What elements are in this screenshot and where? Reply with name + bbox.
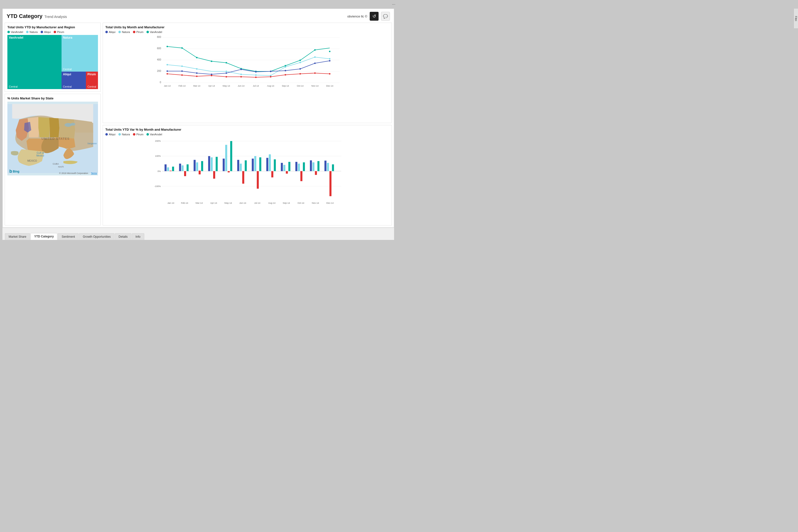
tab-ytd-category[interactable]: YTD Category: [31, 233, 57, 240]
svg-rect-101: [187, 164, 189, 171]
lc-aliqui-dot: [106, 31, 108, 33]
tab-market-share[interactable]: Market Share: [5, 233, 30, 240]
svg-point-46: [285, 66, 286, 68]
line-chart-legend: Aliqui Natura Pirum VanArsdel: [106, 31, 389, 34]
aliqui-region-label: Central: [63, 85, 72, 88]
svg-point-52: [196, 72, 198, 74]
svg-rect-105: [201, 161, 203, 171]
svg-rect-131: [298, 164, 300, 171]
svg-rect-120: [257, 171, 259, 189]
page-title-main: YTD Category: [7, 13, 42, 19]
treemap-pirum-segment[interactable]: Pirum Central: [86, 72, 98, 89]
pirum-dot: [54, 31, 56, 33]
tab-details[interactable]: Details: [115, 233, 131, 240]
treemap-aliqui-segment[interactable]: Aliqui Central: [61, 72, 86, 89]
map-visual[interactable]: UNITED STATES Gulf ofMexico MEXICO Sarga…: [7, 102, 98, 175]
svg-text:Nov-14: Nov-14: [311, 84, 319, 87]
svg-rect-97: [172, 167, 174, 171]
svg-rect-117: [245, 160, 247, 171]
svg-point-66: [226, 76, 227, 77]
svg-point-48: [314, 56, 316, 58]
svg-point-57: [270, 71, 271, 72]
svg-text:Apr-14: Apr-14: [208, 84, 215, 87]
pirum-region-label: Central: [88, 85, 96, 88]
svg-point-42: [226, 71, 227, 72]
map-mexico-label: MEXICO: [27, 159, 37, 162]
svg-text:Mar-14: Mar-14: [196, 202, 203, 204]
pirum-segment-label: Pirum: [88, 73, 96, 76]
bc-legend-vanarsdel: VanArsdel: [147, 133, 162, 136]
svg-text:Jul-14: Jul-14: [254, 202, 261, 204]
svg-point-38: [329, 51, 330, 52]
aliqui-dot: [41, 31, 43, 33]
svg-text:Sep-14: Sep-14: [283, 202, 290, 204]
svg-point-49: [329, 58, 330, 60]
svg-text:Aug-14: Aug-14: [267, 84, 274, 87]
vanarsdel-dot: [7, 31, 10, 33]
treemap-vanarsdel-segment[interactable]: VanArsdel Central: [7, 35, 61, 89]
svg-text:200: 200: [157, 70, 161, 72]
svg-point-60: [314, 62, 316, 64]
svg-text:0: 0: [160, 81, 161, 84]
map-panel: % Units Market Share by State: [5, 94, 101, 225]
svg-rect-140: [329, 171, 331, 196]
svg-point-59: [300, 68, 301, 70]
svg-rect-134: [310, 160, 312, 171]
svg-rect-100: [184, 171, 186, 176]
bar-chart-title: Total Units YTD Var % by Month and Manuf…: [106, 128, 389, 131]
svg-text:Dec-14: Dec-14: [326, 202, 334, 204]
brand-label: obvience llc ©: [347, 15, 367, 18]
tab-sentiment[interactable]: Sentiment: [58, 233, 78, 240]
bar-chart-svg: 200% 100% 0% -100% Jan-14 Feb-14 Mar-14: [106, 137, 389, 206]
bing-label: Bing: [13, 170, 19, 173]
treemap-bottom-row: Aliqui Central Pirum Central: [61, 72, 98, 89]
svg-rect-141: [332, 164, 334, 171]
bing-icon: b: [10, 169, 12, 174]
svg-rect-111: [225, 145, 227, 171]
svg-text:Sep-14: Sep-14: [282, 84, 289, 87]
svg-rect-116: [242, 171, 244, 184]
svg-rect-130: [296, 162, 297, 171]
legend-aliqui: Aliqui: [41, 31, 51, 34]
lc-natura-dot: [118, 31, 121, 33]
top-bar-dots: ···: [392, 2, 395, 7]
lc-legend-pirum: Pirum: [133, 31, 144, 34]
lc-legend-aliqui: Aliqui: [106, 31, 115, 34]
window-header: YTD Category Trend Analysis obvience llc…: [3, 9, 394, 23]
map-copyright: © 2019 Microsoft Corporation: [59, 172, 88, 174]
treemap-natura-segment[interactable]: Natura Central: [61, 35, 98, 72]
svg-text:Mar-14: Mar-14: [193, 84, 201, 87]
bar-chart-panel: Total Units YTD Var % by Month and Manuf…: [103, 125, 392, 225]
refresh-button[interactable]: ↺: [370, 12, 379, 21]
svg-text:Oct-14: Oct-14: [297, 84, 304, 87]
svg-text:400: 400: [157, 58, 161, 61]
svg-point-31: [226, 62, 227, 63]
svg-rect-135: [312, 163, 314, 171]
svg-text:Jan-14: Jan-14: [167, 202, 174, 204]
bar-chart-visual[interactable]: 200% 100% 0% -100% Jan-14 Feb-14 Mar-14: [106, 137, 389, 206]
treemap-visual[interactable]: VanArsdel Central Natura Central Aliqui …: [7, 35, 98, 89]
svg-rect-99: [182, 165, 184, 171]
aliqui-segment-label: Aliqui: [63, 73, 71, 76]
line-chart-visual[interactable]: 800 600 400 200 0 Jan-14 Feb-14: [106, 35, 389, 89]
svg-rect-103: [196, 163, 198, 171]
natura-label: Natura: [30, 31, 38, 34]
map-gulf-label: Gulf ofMexico: [36, 152, 44, 157]
chat-button[interactable]: 💬: [381, 12, 390, 21]
svg-rect-122: [266, 158, 268, 171]
svg-rect-127: [283, 165, 285, 171]
map-terms[interactable]: Terms: [91, 172, 97, 174]
bc-pirum-dot: [133, 133, 135, 136]
tab-info[interactable]: Info: [132, 233, 144, 240]
tab-growth-opportunities[interactable]: Growth Opportunities: [79, 233, 114, 240]
left-column: Total Units YTD by Manufacturer and Regi…: [5, 23, 101, 225]
svg-rect-133: [303, 163, 305, 171]
svg-point-54: [226, 72, 227, 74]
svg-rect-94: [165, 164, 167, 171]
svg-text:200%: 200%: [155, 140, 161, 142]
svg-point-63: [182, 74, 183, 76]
svg-point-27: [167, 46, 168, 47]
svg-rect-112: [228, 171, 230, 172]
svg-rect-121: [259, 157, 261, 171]
svg-rect-125: [274, 159, 276, 171]
